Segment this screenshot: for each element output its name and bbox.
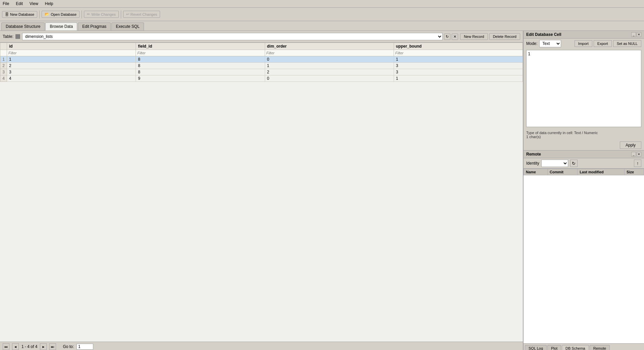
table-row[interactable]: 33823: [0, 69, 523, 75]
table-row[interactable]: 44901: [0, 75, 523, 82]
import-button[interactable]: Import: [575, 40, 592, 47]
toolbar-separator-1: [39, 10, 40, 18]
remote-close-btns: _ ✕: [631, 152, 641, 157]
row-num-header: [0, 43, 7, 50]
refresh-table-button[interactable]: ↻: [444, 34, 450, 40]
filter-row-num: [0, 50, 7, 56]
bottom-tab-db-schema[interactable]: DB Schema: [562, 345, 589, 350]
table-cell[interactable]: 3: [7, 69, 136, 75]
record-range: 1 - 4 of 4: [21, 344, 37, 349]
remote-header: Remote _ ✕: [524, 151, 644, 158]
table-cell[interactable]: 1: [394, 75, 523, 82]
remote-refresh-button[interactable]: ↻: [570, 160, 578, 167]
right-panel: Edit Database Cell _ ✕ Mode: Text Binary…: [523, 31, 644, 350]
bottom-tab-remote[interactable]: Remote: [590, 345, 610, 350]
mode-selector[interactable]: Text Binary NULL: [539, 40, 561, 47]
table-row[interactable]: 22813: [0, 63, 523, 69]
delete-record-button[interactable]: Delete Record: [489, 33, 520, 40]
nav-prev-button[interactable]: ◄: [12, 343, 19, 350]
new-record-button[interactable]: New Record: [460, 33, 488, 40]
open-database-button[interactable]: 📂 Open Database: [42, 11, 80, 18]
table-cell[interactable]: 0: [265, 56, 394, 63]
table-cell[interactable]: 4: [7, 75, 136, 82]
table-cell[interactable]: 3: [394, 69, 523, 75]
panel-close-btns: _ ✕: [631, 32, 641, 37]
filter-id-cell: [7, 50, 136, 56]
col-header-upper-bound[interactable]: upper_bound: [394, 43, 523, 50]
tab-execute-sql[interactable]: Execute SQL: [111, 22, 144, 31]
table-cell[interactable]: 8: [136, 69, 265, 75]
identity-selector[interactable]: [541, 160, 568, 167]
col-header-id[interactable]: id: [7, 43, 136, 50]
table-cell[interactable]: 8: [136, 56, 265, 63]
export-button[interactable]: Export: [594, 40, 612, 47]
tab-database-structure[interactable]: Database Structure: [1, 22, 45, 31]
table-cell[interactable]: 1: [265, 63, 394, 69]
row-num-cell[interactable]: 1: [0, 56, 7, 63]
row-num-cell[interactable]: 2: [0, 63, 7, 69]
table-cell[interactable]: 9: [136, 75, 265, 82]
table-toolbar: Table: dimension_lists ↻ ✕ New Record De…: [0, 31, 523, 43]
edit-cell-title: Edit Database Cell: [526, 32, 561, 37]
panel-minimize-button[interactable]: _: [631, 32, 636, 37]
menu-file[interactable]: File: [1, 1, 10, 7]
table-cell[interactable]: 0: [265, 75, 394, 82]
table-cell[interactable]: 1: [7, 56, 136, 63]
bottom-tabs: SQL Log Plot DB Schema Remote: [524, 343, 644, 350]
toolbar-separator-3: [121, 10, 121, 18]
table-cell[interactable]: 3: [394, 63, 523, 69]
new-db-icon: 🗄: [5, 12, 9, 16]
remote-minimize-button[interactable]: _: [631, 152, 636, 157]
data-table-wrapper: id field_id dim_order upper_bound 118012: [0, 43, 523, 342]
menu-edit[interactable]: Edit: [14, 1, 24, 7]
nav-next-button[interactable]: ►: [40, 343, 47, 350]
left-panel: Table: dimension_lists ↻ ✕ New Record De…: [0, 31, 523, 350]
filter-field-id-input[interactable]: [137, 51, 263, 55]
cell-chars-info: 1 char(s): [526, 135, 641, 139]
revert-changes-button[interactable]: ↩ Revert Changes: [123, 11, 160, 18]
filter-dim-order-cell: [265, 50, 394, 56]
set-null-button[interactable]: Set as NULL: [613, 40, 641, 47]
menu-help[interactable]: Help: [44, 1, 55, 7]
menu-view[interactable]: View: [28, 1, 40, 7]
nav-last-button[interactable]: ⏭: [49, 343, 56, 350]
remote-title: Remote: [526, 152, 541, 157]
remote-close-button[interactable]: ✕: [637, 152, 641, 157]
toolbar: 🗄 New Database 📂 Open Database ✏ Write C…: [0, 8, 644, 21]
col-header-field-id[interactable]: field_id: [136, 43, 265, 50]
remote-col-size: Size: [625, 169, 644, 175]
filter-field-id-cell: [136, 50, 265, 56]
table-selector[interactable]: dimension_lists: [22, 33, 443, 40]
bottom-tab-sql-log[interactable]: SQL Log: [525, 345, 547, 350]
remote-upload-button[interactable]: ↑: [634, 160, 641, 167]
cell-textarea[interactable]: 1: [526, 50, 641, 127]
col-header-dim-order[interactable]: dim_order: [265, 43, 394, 50]
mode-label: Mode:: [526, 41, 537, 46]
cell-action-btns: Import Export Set as NULL: [575, 40, 641, 47]
goto-input[interactable]: [77, 344, 93, 350]
table-icon: [15, 34, 20, 39]
table-cell[interactable]: 1: [394, 56, 523, 63]
row-num-cell[interactable]: 3: [0, 69, 7, 75]
edit-cell-panel: Edit Database Cell _ ✕ Mode: Text Binary…: [524, 31, 644, 151]
table-cell[interactable]: 8: [136, 63, 265, 69]
remote-col-commit: Commit: [548, 169, 578, 175]
clear-table-button[interactable]: ✕: [452, 34, 458, 40]
nav-first-button[interactable]: ⏮: [3, 343, 9, 350]
bottom-tab-plot[interactable]: Plot: [547, 345, 561, 350]
remote-table-wrapper: Name Commit Last modified Size: [524, 169, 644, 343]
data-table: id field_id dim_order upper_bound 118012: [0, 43, 523, 82]
tab-browse-data[interactable]: Browse Data: [45, 22, 77, 31]
panel-close-button[interactable]: ✕: [637, 32, 641, 37]
filter-id-input[interactable]: [8, 51, 134, 55]
filter-upper-bound-input[interactable]: [395, 51, 521, 55]
apply-button[interactable]: Apply: [620, 141, 641, 149]
tab-edit-pragmas[interactable]: Edit Pragmas: [78, 22, 111, 31]
table-cell[interactable]: 2: [265, 69, 394, 75]
row-num-cell[interactable]: 4: [0, 75, 7, 82]
table-cell[interactable]: 2: [7, 63, 136, 69]
table-row[interactable]: 11801: [0, 56, 523, 63]
write-changes-button[interactable]: ✏ Write Changes: [84, 11, 119, 18]
new-database-button[interactable]: 🗄 New Database: [2, 11, 37, 18]
filter-dim-order-input[interactable]: [266, 51, 392, 55]
